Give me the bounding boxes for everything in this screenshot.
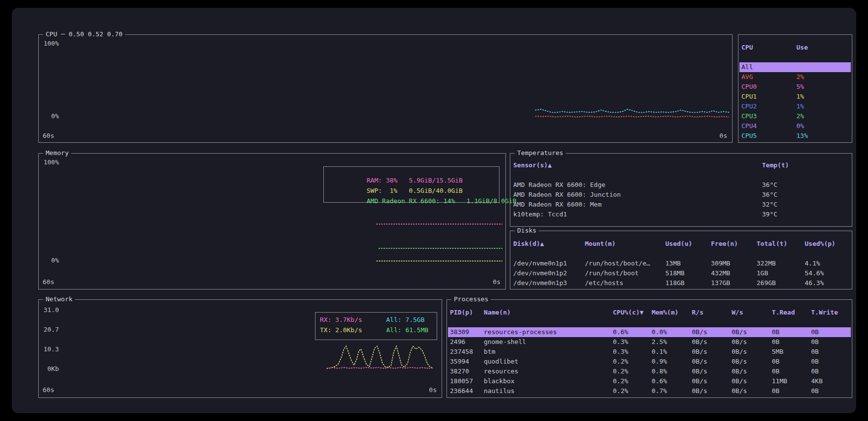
cpu-core-label: AVG bbox=[741, 73, 753, 80]
sensor-column-header[interactable]: Sensor(s)▲ bbox=[513, 161, 552, 169]
memory-panel[interactable]: Memory 100% 0% 60s 0s RAM: 38% 5.9GiB/15… bbox=[38, 153, 506, 289]
cpu-legend-row[interactable]: CPU4 0% bbox=[739, 121, 851, 131]
disks-panel[interactable]: Disks Disk(d)▲ Mount(m) Used(u) Free(n) … bbox=[510, 231, 852, 289]
processes-panel[interactable]: Processes PID(p) Name(n) CPU%(c)▼ Mem%(m… bbox=[447, 299, 852, 398]
name-column-header[interactable]: Name(n) bbox=[484, 309, 511, 316]
cpu-legend-row[interactable]: CPU0 5% bbox=[739, 82, 851, 92]
process-cpu-pct: 0.2% bbox=[613, 358, 628, 365]
process-write-rate: 0B/s bbox=[732, 328, 747, 336]
cpu-legend-rows: All AVG 2% CPU0 5% CPU1 1% CPU2 1% CPU3 … bbox=[739, 62, 851, 141]
cpu-pct-column-header[interactable]: CPU%(c)▼ bbox=[613, 309, 644, 316]
disk-rows: /dev/nvme0n1p1 /run/host/boot/e… 13MB 30… bbox=[511, 259, 851, 288]
cpu-legend-row[interactable]: CPU3 2% bbox=[739, 111, 851, 121]
disk-row[interactable]: /dev/nvme0n1p3 /etc/hosts 118GB 137GB 26… bbox=[511, 278, 851, 288]
cpu-panel-title: CPU ─ 0.50 0.52 0.70 bbox=[43, 30, 125, 38]
process-total-read: 0B bbox=[772, 358, 780, 365]
disk-used: 518MB bbox=[665, 269, 684, 277]
disk-column-header[interactable]: Disk(d)▲ bbox=[513, 240, 544, 247]
network-panel[interactable]: Network 31.0 20.7 10.3 0Kb 60s 0s RX: 3.… bbox=[38, 299, 442, 398]
cpu-legend-row[interactable]: CPU2 1% bbox=[739, 102, 851, 111]
cpu-legend-row[interactable]: AVG 2% bbox=[739, 72, 851, 82]
process-row[interactable]: 236644 nautilus 0.2% 0.7% 0B/s 0B/s 0B 0… bbox=[448, 386, 851, 396]
cpu-core-usage: 13% bbox=[796, 132, 808, 139]
disk-device: /dev/nvme0n1p2 bbox=[513, 269, 567, 277]
process-row[interactable]: 237458 btm 0.3% 0.1% 0B/s 0B/s 5MB 0B bbox=[448, 347, 851, 357]
cpu-panel[interactable]: CPU ─ 0.50 0.52 0.70 100% 0% 60s 0s bbox=[38, 34, 733, 143]
cpu-legend-row[interactable]: All bbox=[739, 62, 851, 72]
process-total-write: 4KB bbox=[811, 377, 822, 385]
cpu-y-max-label: 100% bbox=[43, 40, 59, 47]
process-write-rate: 0B/s bbox=[732, 387, 747, 395]
disk-used: 118GB bbox=[665, 279, 684, 287]
process-row[interactable]: 2496 gnome-shell 0.3% 2.5% 0B/s 0B/s 0B … bbox=[448, 337, 851, 347]
use-column-header[interactable]: Use bbox=[796, 44, 808, 51]
disk-row[interactable]: /dev/nvme0n1p2 /run/host/boot 518MB 432M… bbox=[511, 268, 851, 278]
disk-free: 137GB bbox=[711, 279, 730, 287]
temperatures-panel[interactable]: Temperatures Sensor(s)▲ Temp(t) AMD Rade… bbox=[510, 153, 852, 227]
cpu-y-min-label: 0% bbox=[43, 112, 59, 120]
read-rate-column-header[interactable]: R/s bbox=[692, 309, 703, 316]
disk-total: 322MB bbox=[757, 260, 776, 267]
cpu-core-usage: 0% bbox=[796, 122, 804, 130]
cpu-legend-panel[interactable]: CPU Use All AVG 2% CPU0 5% CPU1 1% bbox=[738, 34, 852, 143]
network-rx-total: All: 7.5GB bbox=[386, 316, 424, 323]
process-row[interactable]: 38309 resources-processes 0.6% 0.0% 0B/s… bbox=[448, 327, 851, 337]
processes-header: PID(p) Name(n) CPU%(c)▼ Mem%(m) R/s W/s … bbox=[448, 308, 851, 317]
sensor-name: AMD Radeon RX 6600: Edge bbox=[513, 181, 605, 188]
temperature-row[interactable]: AMD Radeon RX 6600: Junction 36°C bbox=[511, 190, 851, 200]
cpu-core-usage: 2% bbox=[796, 73, 804, 80]
total-read-column-header[interactable]: T.Read bbox=[772, 309, 795, 316]
pid-column-header[interactable]: PID(p) bbox=[450, 309, 473, 316]
temperature-row[interactable]: k10temp: Tccd1 39°C bbox=[511, 210, 851, 219]
process-row[interactable]: 35994 quodlibet 0.2% 0.9% 0B/s 0B/s 0B 0… bbox=[448, 357, 851, 367]
cpu-column-header[interactable]: CPU bbox=[741, 44, 753, 51]
process-row[interactable]: 180057 blackbox 0.2% 0.6% 0B/s 0B/s 11MB… bbox=[448, 376, 851, 386]
cpu-core-label: CPU5 bbox=[741, 132, 757, 139]
memory-legend-box: RAM: 38% 5.9GiB/15.5GiB SWP: 1% 0.5GiB/4… bbox=[323, 166, 500, 203]
disks-header: Disk(d)▲ Mount(m) Used(u) Free(n) Total(… bbox=[511, 239, 851, 249]
free-column-header[interactable]: Free(n) bbox=[711, 240, 738, 247]
cpu-legend-row[interactable]: CPU1 1% bbox=[739, 92, 851, 102]
memory-panel-title: Memory bbox=[43, 149, 71, 157]
process-total-read: 5MB bbox=[772, 348, 783, 355]
disk-row[interactable]: /dev/nvme0n1p1 /run/host/boot/e… 13MB 30… bbox=[511, 259, 851, 268]
process-name: gnome-shell bbox=[484, 338, 526, 345]
network-panel-title: Network bbox=[43, 295, 75, 303]
process-total-write: 0B bbox=[811, 338, 819, 345]
cpu-legend-row[interactable]: CPU5 13% bbox=[739, 131, 851, 141]
process-write-rate: 0B/s bbox=[732, 348, 747, 355]
sensor-name: AMD Radeon RX 6600: Mem bbox=[513, 201, 602, 208]
cpu-core-usage: 2% bbox=[796, 112, 804, 120]
temperature-rows: AMD Radeon RX 6600: Edge 36°C AMD Radeon… bbox=[511, 180, 851, 219]
process-read-rate: 0B/s bbox=[692, 377, 707, 385]
temperature-row[interactable]: AMD Radeon RX 6600: Edge 36°C bbox=[511, 180, 851, 190]
temperature-row[interactable]: AMD Radeon RX 6600: Mem 32°C bbox=[511, 200, 851, 210]
memory-legend-line: RAM: 38% 5.9GiB/15.5GiB bbox=[324, 169, 499, 180]
memory-x-left-label: 60s bbox=[43, 278, 54, 286]
mount-column-header[interactable]: Mount(m) bbox=[585, 240, 616, 247]
disk-free: 432MB bbox=[711, 269, 730, 277]
cpu-core-usage: 5% bbox=[796, 83, 804, 90]
process-row[interactable]: 38270 resources 0.2% 0.8% 0B/s 0B/s 0B 0… bbox=[448, 367, 851, 376]
network-y-tick-2: 10.3 bbox=[43, 345, 59, 353]
cpu-core-label: CPU4 bbox=[741, 122, 757, 130]
network-tx-total: All: 61.5MB bbox=[386, 326, 428, 334]
used-column-header[interactable]: Used(u) bbox=[665, 240, 692, 247]
sensor-temp: 32°C bbox=[762, 201, 777, 208]
cpu-usage-graph bbox=[61, 43, 729, 119]
network-rx-rate: RX: 3.7Kb/s bbox=[320, 316, 362, 323]
temp-column-header[interactable]: Temp(t) bbox=[762, 161, 789, 169]
process-read-rate: 0B/s bbox=[692, 358, 707, 365]
total-column-header[interactable]: Total(t) bbox=[757, 240, 788, 247]
memory-x-right-label: 0s bbox=[493, 278, 500, 286]
used-pct-column-header[interactable]: Used%(p) bbox=[805, 240, 836, 247]
network-x-right-label: 0s bbox=[429, 386, 437, 394]
total-write-column-header[interactable]: T.Write bbox=[811, 309, 838, 316]
process-name: resources-processes bbox=[484, 328, 557, 336]
memory-legend-text: SWP: 1% 0.5GiB/40.0GiB bbox=[367, 187, 463, 194]
process-total-write: 0B bbox=[811, 368, 819, 375]
disk-used-pct: 46.3% bbox=[805, 279, 824, 287]
write-rate-column-header[interactable]: W/s bbox=[732, 309, 743, 316]
mem-pct-column-header[interactable]: Mem%(m) bbox=[652, 309, 679, 316]
disk-total: 1GB bbox=[757, 269, 768, 277]
